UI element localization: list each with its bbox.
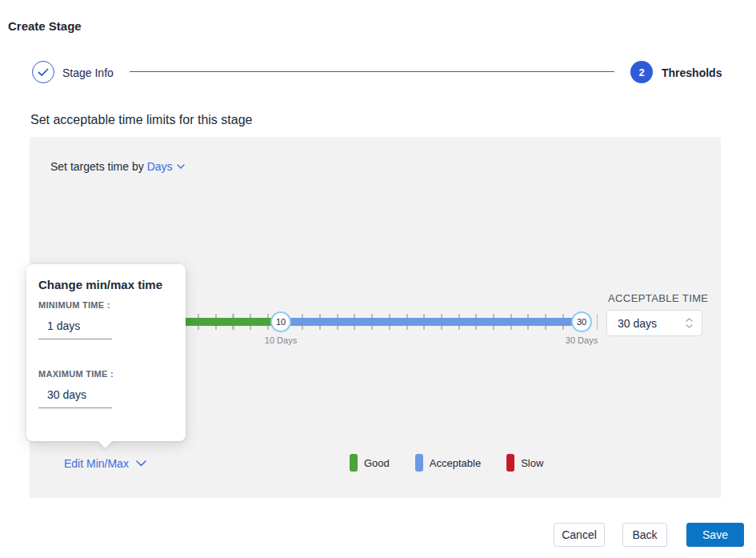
step-2-label: Thresholds (662, 66, 722, 79)
set-targets-row: Set targets time by Days (50, 160, 185, 173)
check-icon (38, 68, 49, 77)
acceptable-time-label: ACCEPTABLE TIME (608, 292, 708, 304)
chevron-down-icon (136, 460, 146, 467)
legend-label-slow: Slow (521, 457, 543, 469)
targets-unit-dropdown[interactable]: Days (147, 160, 185, 173)
acceptable-time-value: 30 days (607, 317, 686, 330)
section-heading: Set acceptable time limits for this stag… (30, 113, 252, 127)
legend-label-good: Good (364, 457, 390, 469)
back-button[interactable]: Back (622, 523, 667, 547)
slider-segment-acceptable (281, 318, 582, 326)
acceptable-swatch (415, 454, 423, 472)
create-stage-screen: Create Stage Stage Info 2 Thresholds Set… (0, 0, 756, 558)
step-1-label: Stage Info (62, 66, 114, 79)
stepper-connector-line (130, 71, 614, 72)
save-button[interactable]: Save (686, 523, 744, 547)
edit-minmax-link[interactable]: Edit Min/Max (64, 457, 146, 470)
legend: Good Acceptable Slow (350, 454, 569, 472)
slider-max-handle[interactable]: 30 (571, 311, 592, 332)
set-targets-label: Set targets time by (50, 160, 144, 173)
change-minmax-popup: Change min/max time MINIMUM TIME : MAXIM… (26, 264, 186, 441)
step-2-number: 2 (638, 66, 644, 78)
acceptable-time-stepper[interactable] (686, 318, 702, 328)
popup-title: Change min/max time (38, 278, 162, 291)
acceptable-time-input[interactable]: 30 days (606, 310, 702, 336)
step-2-indicator[interactable]: 2 (630, 61, 653, 83)
minimum-time-label: MINIMUM TIME : (38, 300, 110, 310)
slider-min-handle-value: 10 (276, 317, 286, 327)
legend-item-slow: Slow (506, 454, 543, 472)
step-1-indicator[interactable] (32, 61, 54, 83)
legend-label-acceptable: Acceptable (430, 457, 481, 469)
slider-min-handle-label: 10 Days (249, 335, 313, 345)
cancel-button[interactable]: Cancel (554, 523, 605, 547)
legend-item-good: Good (350, 454, 390, 472)
page-title: Create Stage (8, 19, 82, 33)
spinner-down-icon[interactable] (686, 324, 693, 328)
slow-swatch (506, 454, 514, 472)
spinner-up-icon[interactable] (686, 318, 693, 322)
chevron-down-icon (177, 164, 185, 169)
legend-item-acceptable: Acceptable (415, 454, 481, 472)
targets-unit-value: Days (147, 160, 173, 173)
maximum-time-field[interactable] (38, 387, 112, 408)
maximum-time-label: MAXIMUM TIME : (38, 369, 114, 379)
minimum-time-field[interactable] (38, 318, 112, 339)
slider-max-handle-value: 30 (577, 317, 586, 327)
slider-min-handle[interactable]: 10 (270, 311, 291, 332)
edit-minmax-label: Edit Min/Max (64, 457, 129, 470)
good-swatch (350, 454, 358, 472)
slider-max-handle-label: 30 Days (550, 335, 614, 345)
